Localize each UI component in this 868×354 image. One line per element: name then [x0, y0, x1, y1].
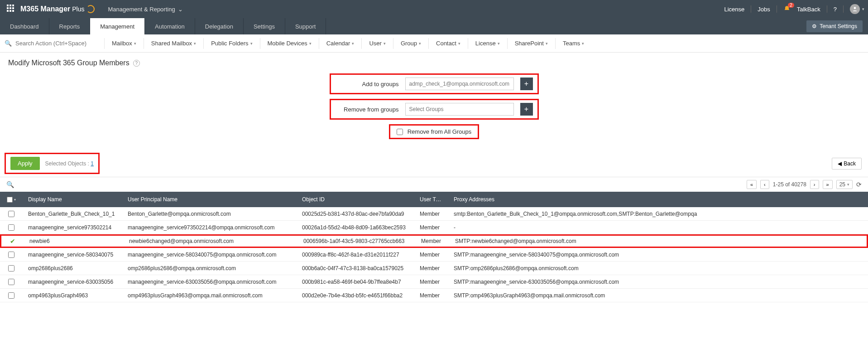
col-upn[interactable]: User Principal Name [122, 196, 297, 203]
page-size-select[interactable]: 25 ▾ [836, 180, 853, 189]
cell-object-id: 000989ca-ff8c-462f-8a1e-d31e2011f227 [297, 252, 414, 258]
cell-proxy-addresses: - [448, 224, 868, 231]
page-range: 1-25 of 40278 [773, 181, 806, 188]
add-to-groups-row: Add to groups + [330, 73, 539, 94]
row-checkbox[interactable] [8, 211, 14, 217]
filter-icon[interactable]: 🔍 [6, 181, 14, 188]
tab-settings[interactable]: Settings [244, 18, 285, 34]
user-avatar[interactable] [850, 4, 860, 14]
subnav-public-folders[interactable]: Public Folders▾ [203, 38, 259, 49]
table-row[interactable]: manageengine_service973502214manageengin… [0, 221, 868, 234]
license-link[interactable]: License [724, 6, 744, 13]
row-checkbox[interactable] [8, 279, 14, 285]
cell-user-type: Member [416, 238, 450, 244]
add-group-plus-button[interactable]: + [520, 78, 533, 90]
select-all-checkbox[interactable] [7, 197, 13, 203]
divider [751, 5, 751, 13]
checkbox-checked-icon[interactable]: ✔ [10, 238, 15, 245]
cell-object-id: 00026a1d-55d2-4b48-8d09-1a663bec2593 [297, 224, 414, 231]
col-proxy-addresses[interactable]: Proxy Addresses [448, 196, 868, 203]
col-object-id[interactable]: Object ID [297, 196, 414, 203]
divider [843, 5, 844, 13]
row-checkbox[interactable] [8, 265, 14, 272]
remove-all-groups-checkbox[interactable] [397, 129, 403, 135]
col-user-type[interactable]: User Type [414, 196, 448, 203]
remove-group-plus-button[interactable]: + [520, 103, 533, 116]
page-prev-button[interactable]: ‹ [760, 180, 769, 189]
refresh-icon[interactable]: ⟳ [856, 181, 862, 188]
remove-from-groups-input[interactable] [405, 103, 514, 116]
col-display-name[interactable]: Display Name [23, 196, 122, 203]
search-action-input[interactable] [14, 38, 95, 48]
cell-proxy-addresses: SMTP:omp4963plusGraph4963@ompqa.mail.onm… [448, 292, 868, 299]
subnav-user[interactable]: User▾ [361, 38, 393, 49]
subnav-mobile-devices[interactable]: Mobile Devices▾ [260, 38, 319, 49]
selected-objects-label: Selected Objects : [45, 160, 89, 167]
apply-button[interactable]: Apply [10, 157, 40, 170]
tenant-settings-button[interactable]: ⚙ Tenant Settings [806, 20, 863, 32]
notification-badge: 2 [788, 3, 794, 8]
subnav-mailbox[interactable]: Mailbox▾ [104, 38, 144, 49]
top-context-label: Management & Reporting [108, 6, 175, 13]
table-row[interactable]: Benton_Garlette_Bulk_Check_10_1Benton_Ga… [0, 207, 868, 221]
cell-upn: newbie6changed@ompqa.onmicrosoft.com [124, 238, 298, 244]
page-first-button[interactable]: « [747, 180, 757, 189]
subnav-teams[interactable]: Teams▾ [555, 38, 591, 49]
chevron-down-icon: ▾ [546, 41, 548, 46]
row-checkbox[interactable] [8, 252, 14, 258]
svg-point-0 [854, 7, 856, 9]
chevron-down-icon: ▾ [134, 41, 136, 46]
subnav-license[interactable]: License▾ [468, 38, 507, 49]
tab-automation[interactable]: Automation [145, 18, 195, 34]
cell-object-id: 00025d25-b381-437d-80ac-dee7bfa90da9 [297, 211, 414, 217]
cell-object-id: 0006596b-1a0f-43c5-9803-c27765ccb663 [298, 238, 416, 244]
cell-display-name: Benton_Garlette_Bulk_Check_10_1 [23, 211, 122, 217]
table-row[interactable]: manageengine_service-630035056manageengi… [0, 275, 868, 289]
row-checkbox[interactable] [8, 224, 14, 231]
chevron-down-icon: ▾ [847, 182, 849, 187]
help-circle-icon[interactable]: ? [133, 60, 140, 67]
table-row[interactable]: omp2686plus2686omp2686plus2686@ompqa.onm… [0, 262, 868, 275]
jobs-link[interactable]: Jobs [758, 6, 770, 13]
table-row[interactable]: manageengine_service-580340075manageengi… [0, 248, 868, 262]
cell-upn: omp2686plus2686@ompqa.onmicrosoft.com [122, 265, 297, 272]
help-icon[interactable]: ? [834, 6, 837, 13]
cell-upn: omp4963plusGraph4963@ompqa.mail.onmicros… [122, 292, 297, 299]
tab-support[interactable]: Support [285, 18, 326, 34]
cell-user-type: Member [414, 211, 448, 217]
cell-proxy-addresses: smtp:Benton_Garlette_Bulk_Check_10_1@omp… [448, 211, 868, 217]
subnav-group[interactable]: Group▾ [393, 38, 428, 49]
tab-management[interactable]: Management [90, 18, 145, 34]
notifications-bell[interactable]: 2 [783, 5, 791, 13]
table-row[interactable]: ✔newbie6newbie6changed@ompqa.onmicrosoft… [0, 234, 868, 248]
tab-delegation[interactable]: Delegation [195, 18, 244, 34]
subnav-contact[interactable]: Contact▾ [428, 38, 468, 49]
cell-user-type: Member [414, 279, 448, 285]
tab-dashboard[interactable]: Dashboard [0, 18, 49, 34]
table-row[interactable]: omp4963plusGraph4963omp4963plusGraph4963… [0, 289, 868, 302]
chevron-down-icon: ▾ [352, 41, 354, 46]
subnav-calendar[interactable]: Calendar▾ [319, 38, 362, 49]
remove-all-groups-row: Remove from All Groups [389, 124, 480, 139]
selected-objects-count[interactable]: 1 [91, 160, 94, 167]
row-checkbox[interactable] [8, 292, 14, 299]
cell-proxy-addresses: SMTP:manageengine_service-580340075@ompq… [448, 252, 868, 258]
page-next-button[interactable]: › [810, 180, 819, 189]
cell-upn: manageengine_service-580340075@ompqa.onm… [122, 252, 297, 258]
back-button[interactable]: ◀ Back [832, 158, 862, 170]
page-last-button[interactable]: » [823, 180, 833, 189]
subnav-shared-mailbox[interactable]: Shared Mailbox▾ [144, 38, 203, 49]
remove-from-groups-row: Remove from groups + [330, 99, 539, 120]
add-to-groups-input[interactable] [405, 78, 514, 90]
apps-grid-icon[interactable] [7, 5, 16, 14]
talkback-link[interactable]: TalkBack [797, 6, 820, 13]
subnav-sharepoint[interactable]: SharePoint▾ [507, 38, 555, 49]
cell-display-name: omp2686plus2686 [23, 265, 122, 272]
gear-icon: ⚙ [812, 23, 817, 29]
logo-swirl-icon [86, 5, 95, 13]
cell-display-name: manageengine_service973502214 [23, 224, 122, 231]
select-all-header[interactable]: ▾ [0, 197, 23, 203]
top-context-menu[interactable]: Management & Reporting ⌄ [108, 6, 183, 13]
search-icon: 🔍 [5, 40, 12, 47]
tab-reports[interactable]: Reports [49, 18, 91, 34]
